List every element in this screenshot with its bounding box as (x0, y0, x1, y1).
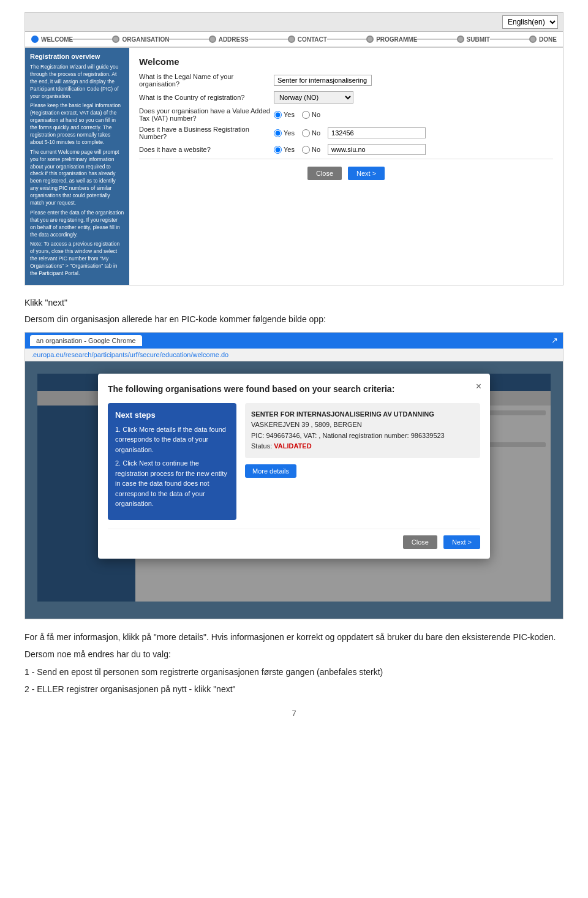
modal-close-button[interactable]: Close (403, 535, 437, 549)
step-line-4 (327, 39, 366, 40)
sidebar-text5: Note: To access a previous registration … (30, 241, 124, 277)
form-title: Welcome (139, 56, 553, 67)
step-line-2 (169, 39, 208, 40)
select-country[interactable]: Norway (NO) (274, 91, 353, 104)
modal-right-panel: SENTER FOR INTERNASJONALISERING AV UTDAN… (245, 403, 480, 520)
radio-website-no[interactable]: No (302, 146, 320, 154)
step-submit: SUBMIT (457, 36, 490, 43)
radio-brn-yes[interactable]: Yes (274, 129, 295, 137)
step-circle-done (529, 36, 537, 43)
step-circle-programme (366, 36, 374, 43)
radio-brn: Yes No (274, 127, 426, 138)
sc1-body: Registration overview The Registration W… (25, 48, 563, 285)
bottom-text4: 2 - ELLER registrer organisasjonen på ny… (24, 682, 564, 696)
sidebar-text4: Please enter the data of the organisatio… (30, 209, 124, 239)
sc1-sidebar: Registration overview The Registration W… (25, 48, 129, 285)
step-line-3 (249, 39, 288, 40)
sidebar-text3: The current Welcome page will prompt you… (30, 149, 124, 207)
browser-tab: an organisation - Google Chrome (30, 335, 142, 346)
modal-content: Next steps 1. Click More details if the … (108, 403, 480, 520)
step-circle-submit (457, 36, 464, 43)
step-circle-address (209, 36, 216, 43)
org-status-label: Status: (251, 442, 274, 450)
input-legal-name[interactable] (274, 75, 372, 86)
form-row-website: Does it have a website? Yes No (139, 144, 553, 155)
next-steps-title: Next steps (115, 410, 229, 420)
modal-overlay: The following organisations were found b… (25, 361, 563, 619)
step-circle-welcome (31, 36, 39, 43)
form-row-country: What is the Country of registration? Nor… (139, 91, 553, 104)
next-button-1[interactable]: Next > (348, 167, 385, 180)
step-address: ADDRESS (209, 36, 249, 43)
sc1-main: Welcome What is the Legal Name of your o… (129, 48, 563, 285)
label-legal-name: What is the Legal Name of your organisat… (139, 73, 274, 88)
step-contact: CONTACT (288, 36, 327, 43)
form-row-brn: Does it have a Business Registration Num… (139, 126, 553, 140)
input-brn[interactable] (328, 127, 426, 138)
sc1-buttons: Close Next > (139, 159, 553, 187)
label-brn: Does it have a Business Registration Num… (139, 126, 274, 140)
browser-extension-icon: ↗ (551, 336, 558, 345)
step-circle-organisation (112, 36, 119, 43)
radio-vat-yes[interactable]: Yes (274, 111, 295, 119)
screenshot-1: English(en) WELCOME ORGANISATION ADDRESS… (24, 12, 564, 285)
screenshot-2: an organisation - Google Chrome ↗ .europ… (24, 332, 564, 619)
modal-footer: Close Next > (108, 529, 480, 549)
input-website[interactable] (328, 144, 426, 155)
modal-box: The following organisations were found b… (98, 374, 490, 559)
sidebar-text1: The Registration Wizard will guide you t… (30, 64, 124, 100)
close-button-1[interactable]: Close (307, 167, 342, 180)
url-text: .europa.eu/research/participants/urf/sec… (31, 351, 228, 358)
radio-vat: Yes No (274, 111, 320, 119)
org-name: SENTER FOR INTERNASJONALISERING AV UTDAN… (251, 409, 474, 420)
modal-title: The following organisations were found b… (108, 383, 480, 396)
form-row-vat: Does your organisation have a Value Adde… (139, 107, 553, 122)
more-details-button[interactable]: More details (245, 464, 296, 478)
step-organisation: ORGANISATION (112, 36, 169, 43)
org-pic: PIC: 949667346, VAT: , National registra… (251, 431, 474, 442)
step-welcome: WELCOME (31, 36, 73, 43)
form-row-legal-name: What is the Legal Name of your organisat… (139, 73, 553, 88)
org-card: SENTER FOR INTERNASJONALISERING AV UTDAN… (245, 403, 480, 458)
sidebar-title: Registration overview (30, 53, 124, 60)
bottom-text2: Dersom noe må endres har du to valg: (24, 647, 564, 661)
steps-bar: WELCOME ORGANISATION ADDRESS CONTACT PRO… (25, 32, 563, 48)
instruction-text-block: Klikk "next" Dersom din organisasjon all… (24, 296, 564, 326)
label-vat: Does your organisation have a Value Adde… (139, 107, 274, 122)
bottom-text3: 1 - Send en epost til personen som regis… (24, 665, 564, 679)
step-circle-contact (288, 36, 295, 43)
label-country: What is the Country of registration? (139, 94, 274, 101)
modal-left-panel: Next steps 1. Click More details if the … (108, 403, 236, 520)
step-done: DONE (529, 36, 557, 43)
bottom-text1: For å få mer informasjon, klikk på "more… (24, 630, 564, 644)
org-address: VASKEREJVEN 39 , 5809, BERGEN (251, 420, 474, 431)
nav-bar: English(en) (25, 13, 563, 32)
modal-step1: 1. Click More details if the data found … (115, 424, 229, 455)
sc2-body: The following organisations were found b… (25, 361, 563, 619)
browser-chrome: an organisation - Google Chrome ↗ (25, 333, 563, 349)
org-status-row: Status: VALIDATED (251, 441, 474, 452)
sidebar-text2: Please keep the basic legal information … (30, 102, 124, 146)
label-website: Does it have a website? (139, 146, 274, 153)
bottom-text-block: For å få mer informasjon, klikk på "more… (24, 630, 564, 696)
radio-vat-no[interactable]: No (302, 111, 320, 119)
modal-step2: 2. Click Next to continue the registrati… (115, 458, 229, 509)
step-line-6 (490, 39, 529, 40)
modal-next-button[interactable]: Next > (443, 535, 480, 549)
radio-website-yes[interactable]: Yes (274, 146, 295, 154)
instruction-text1: Klikk "next" (24, 296, 564, 309)
step-line-1 (73, 39, 112, 40)
instruction-text2: Dersom din organisasjon allerede har en … (24, 313, 564, 326)
modal-close-icon[interactable]: × (476, 381, 481, 392)
radio-website: Yes No (274, 144, 426, 155)
radio-brn-no[interactable]: No (302, 129, 320, 137)
language-select[interactable]: English(en) (502, 15, 558, 29)
org-status-value: VALIDATED (274, 442, 311, 450)
step-programme: PROGRAMME (366, 36, 417, 43)
page-number: 7 (24, 709, 564, 718)
step-line-5 (417, 39, 456, 40)
browser-url-bar: .europa.eu/research/participants/urf/sec… (25, 349, 563, 361)
